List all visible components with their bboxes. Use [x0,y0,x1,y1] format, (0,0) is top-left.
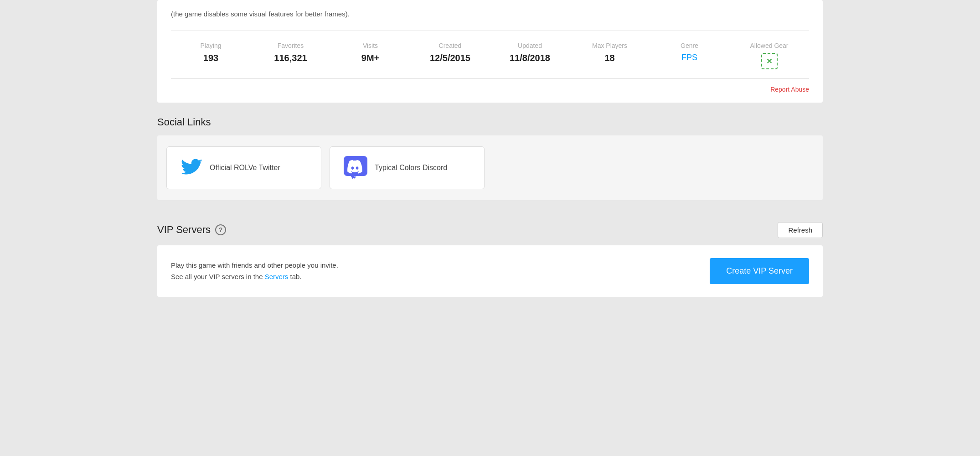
stat-playing: Playing 193 [171,42,251,63]
playing-label: Playing [171,42,251,49]
vip-card: Play this game with friends and other pe… [157,245,823,297]
created-value: 12/5/2015 [410,53,490,63]
vip-section: VIP Servers ? Refresh Play this game wit… [157,222,823,297]
genre-value[interactable]: FPS [650,53,729,62]
visits-value: 9M+ [330,53,410,63]
max-players-label: Max Players [570,42,650,49]
stats-card: (the game disables some visual features … [157,0,823,103]
updated-label: Updated [490,42,570,49]
stat-updated: Updated 11/8/2018 [490,42,570,63]
vip-desc-suffix: tab. [288,273,301,280]
vip-desc-prefix: See all your VIP servers in the [171,273,265,280]
vip-title: VIP Servers [157,224,211,236]
social-links-title: Social Links [157,116,823,128]
visits-label: Visits [330,42,410,49]
social-links-grid: Official ROLVe Twitter Typical Colors Di… [166,146,814,189]
social-links-card: Official ROLVe Twitter Typical Colors Di… [157,135,823,200]
favorites-value: 116,321 [251,53,330,63]
help-icon[interactable]: ? [215,224,226,235]
report-abuse-row: Report Abuse [171,79,809,93]
twitter-link[interactable]: Official ROLVe Twitter [166,146,321,189]
vip-desc-line1: Play this game with friends and other pe… [171,259,338,271]
stats-row: Playing 193 Favorites 116,321 Visits 9M+… [171,31,809,79]
servers-tab-link[interactable]: Servers [265,273,289,280]
vip-title-row: VIP Servers ? [157,224,226,236]
stat-max-players: Max Players 18 [570,42,650,63]
twitter-icon [181,157,202,179]
social-links-section: Social Links Official ROLVe Twitter [157,116,823,200]
intro-text: (the game disables some visual features … [171,0,809,31]
refresh-button[interactable]: Refresh [778,222,823,238]
stat-visits: Visits 9M+ [330,42,410,63]
updated-value: 11/8/2018 [490,53,570,63]
vip-header: VIP Servers ? Refresh [157,222,823,238]
discord-icon [344,156,367,180]
vip-desc-line2: See all your VIP servers in the Servers … [171,271,338,283]
max-players-value: 18 [570,53,650,63]
vip-description: Play this game with friends and other pe… [171,259,338,283]
create-vip-button[interactable]: Create VIP Server [710,258,809,284]
discord-link-label: Typical Colors Discord [375,164,447,172]
stat-favorites: Favorites 116,321 [251,42,330,63]
created-label: Created [410,42,490,49]
stat-created: Created 12/5/2015 [410,42,490,63]
genre-label: Genre [650,42,729,49]
stat-allowed-gear: Allowed Gear [729,42,809,69]
stat-genre: Genre FPS [650,42,729,62]
favorites-label: Favorites [251,42,330,49]
allowed-gear-label: Allowed Gear [729,42,809,49]
twitter-link-label: Official ROLVe Twitter [210,164,280,172]
report-abuse-link[interactable]: Report Abuse [770,86,809,93]
discord-link[interactable]: Typical Colors Discord [330,146,485,189]
allowed-gear-icon [761,53,778,69]
playing-value: 193 [171,53,251,63]
